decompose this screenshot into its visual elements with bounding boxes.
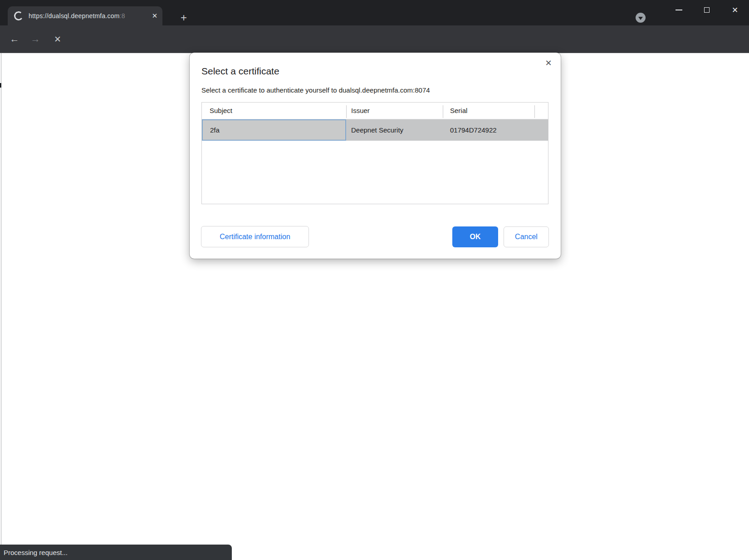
tab-strip: https://dualsql.deepnetmfa.com:8 ✕ + ✕ [0,0,749,25]
column-header-issuer: Issuer [351,103,370,119]
cell-subject: 2fa [210,119,220,141]
tab-title-main: https://dualsql.deepnetmfa.com [29,12,120,20]
back-arrow-icon: ← [10,34,20,44]
cell-serial: 01794D724922 [450,119,497,141]
certificate-dialog: ✕ Select a certificate Select a certific… [190,53,561,259]
back-button[interactable]: ← [7,31,22,47]
ok-button[interactable]: OK [452,226,498,247]
tab-title-dim: :8 [120,12,125,20]
stop-loading-button[interactable]: ✕ [50,31,65,47]
maximize-icon [704,7,710,13]
browser-toolbar: ← → ✕ dualsql.deepnetmfa.com:8076/dsc/ap… [0,25,749,53]
browser-window: https://dualsql.deepnetmfa.com:8 ✕ + ✕ ←… [0,0,749,560]
triangle-down-icon [638,17,643,20]
minimize-icon [676,10,682,10]
forward-button[interactable]: → [28,31,43,47]
tab-title: https://dualsql.deepnetmfa.com:8 [29,12,146,20]
column-divider [534,105,535,118]
close-icon: ✕ [152,12,158,20]
maximize-button[interactable] [693,0,721,20]
stop-x-icon: ✕ [54,34,61,44]
certificate-table: Subject Issuer Serial 2fa Deepnet Securi… [201,102,548,204]
dialog-title: Select a certificate [201,66,279,77]
page-edge-artifact [0,83,1,88]
window-controls: ✕ [665,0,749,20]
close-icon: ✕ [732,5,738,15]
status-text: Processing request... [4,549,68,556]
certificate-row-selected[interactable]: 2fa Deepnet Security 01794D724922 [202,119,548,141]
cell-issuer: Deepnet Security [351,119,403,141]
page-left-edge [1,53,1,560]
column-header-subject: Subject [210,103,232,119]
window-close-button[interactable]: ✕ [721,0,749,20]
certificate-information-button[interactable]: Certificate information [201,226,309,247]
cancel-button[interactable]: Cancel [504,226,549,247]
dialog-description: Select a certificate to authenticate you… [201,86,430,94]
close-icon: ✕ [545,58,552,68]
tab-search-button[interactable] [636,13,646,23]
loading-spinner-icon [14,11,24,21]
new-tab-button[interactable]: + [178,12,190,24]
tab-close-button[interactable]: ✕ [150,11,160,21]
status-bar: Processing request... [0,545,232,560]
browser-tab[interactable]: https://dualsql.deepnetmfa.com:8 ✕ [8,6,162,25]
forward-arrow-icon: → [31,34,40,44]
column-header-serial: Serial [450,103,467,119]
column-divider [346,105,347,118]
plus-icon: + [181,11,187,24]
column-divider [443,105,443,118]
subject-cell-focus-ring [202,119,346,141]
minimize-button[interactable] [665,0,693,20]
dialog-close-button[interactable]: ✕ [543,57,554,69]
